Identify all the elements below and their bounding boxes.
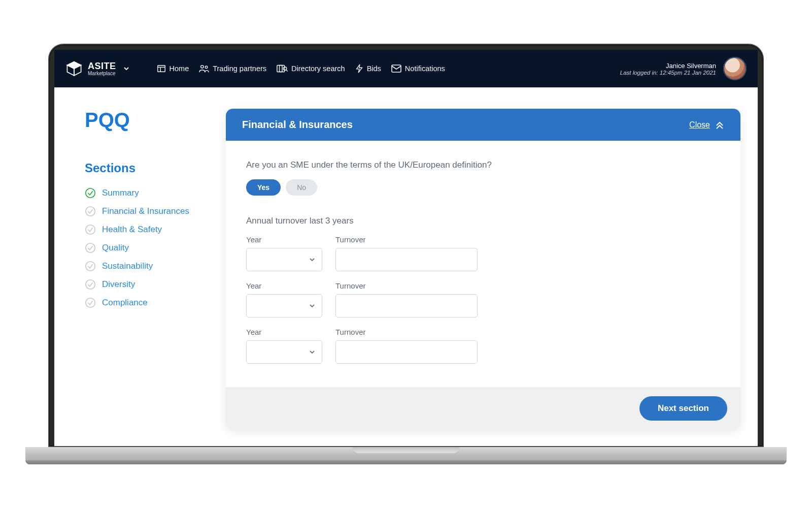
- sidebar-item-summary[interactable]: Summary: [85, 187, 212, 199]
- year-label: Year: [246, 281, 322, 290]
- sidebar-item-diversity[interactable]: Diversity: [85, 279, 212, 290]
- turnover-heading: Annual turnover last 3 years: [246, 216, 720, 226]
- nav-home[interactable]: Home: [157, 64, 189, 73]
- panel-close-label: Close: [689, 120, 710, 130]
- nav-bids-label: Bids: [367, 65, 381, 73]
- check-circle-icon: [85, 206, 96, 217]
- user-area: Janice Silverman Last logged in: 12:45pm…: [620, 57, 747, 80]
- nav-home-label: Home: [170, 65, 189, 73]
- check-circle-icon: [85, 224, 96, 235]
- svg-rect-6: [392, 65, 401, 72]
- sidebar-item-health-safety[interactable]: Health & Safety: [85, 224, 212, 235]
- app-header: ASITE Marketplace Home Trading partners: [54, 50, 758, 87]
- nav-trading-partners[interactable]: Trading partners: [199, 64, 266, 73]
- svg-point-9: [86, 225, 95, 234]
- nav-bids[interactable]: Bids: [355, 64, 381, 73]
- sidebar-item-label: Summary: [102, 188, 139, 198]
- turnover-input-1[interactable]: [335, 248, 478, 271]
- chevron-double-up-icon: [715, 120, 724, 130]
- check-circle-icon: [85, 261, 96, 272]
- svg-point-10: [86, 243, 95, 252]
- brand-name: ASITE: [88, 61, 116, 71]
- turnover-input-3[interactable]: [335, 340, 478, 364]
- year-label: Year: [246, 235, 322, 244]
- chevron-down-icon: [309, 348, 316, 356]
- nav-trading-label: Trading partners: [213, 65, 266, 73]
- svg-rect-0: [157, 66, 164, 72]
- turnover-input-2[interactable]: [335, 294, 478, 318]
- nav-directory-label: Directory search: [291, 65, 345, 73]
- form-panel: Financial & Insurances Close Are you an …: [226, 109, 740, 430]
- sidebar-item-label: Financial & Insurances: [102, 206, 189, 216]
- laptop-screen-frame: ASITE Marketplace Home Trading partners: [48, 44, 764, 447]
- panel-header: Financial & Insurances Close: [226, 109, 740, 141]
- sidebar: PQQ Sections Summary Financial & Insuran…: [85, 109, 212, 430]
- year-select-1[interactable]: [246, 248, 322, 271]
- svg-point-11: [86, 262, 95, 271]
- brand-logo-icon: [65, 60, 83, 77]
- svg-point-5: [283, 67, 286, 70]
- user-meta: Janice Silverman Last logged in: 12:45pm…: [620, 62, 716, 76]
- sidebar-item-label: Quality: [102, 243, 129, 253]
- yes-button[interactable]: Yes: [246, 179, 281, 196]
- avatar[interactable]: [723, 57, 747, 80]
- svg-point-2: [205, 66, 208, 69]
- year-select-2[interactable]: [246, 294, 322, 318]
- sidebar-item-sustainability[interactable]: Sustainability: [85, 261, 212, 272]
- laptop-base: [25, 447, 787, 464]
- sidebar-item-financial[interactable]: Financial & Insurances: [85, 206, 212, 217]
- year-select-3[interactable]: [246, 340, 322, 364]
- app-body: PQQ Sections Summary Financial & Insuran…: [54, 87, 758, 443]
- sidebar-item-label: Diversity: [102, 279, 135, 290]
- turnover-label: Turnover: [335, 328, 478, 336]
- panel-footer: Next section: [226, 387, 740, 430]
- sidebar-item-label: Sustainability: [102, 261, 153, 271]
- panel-close-button[interactable]: Close: [689, 120, 724, 130]
- sidebar-item-label: Health & Safety: [102, 225, 162, 235]
- yes-no-group: Yes No: [246, 179, 720, 196]
- mail-icon: [391, 65, 401, 73]
- page-title: PQQ: [85, 109, 212, 132]
- user-name: Janice Silverman: [620, 62, 716, 70]
- turnover-row-1: Year Turnover: [246, 235, 720, 271]
- sidebar-item-quality[interactable]: Quality: [85, 242, 212, 253]
- svg-point-12: [86, 280, 95, 289]
- sidebar-item-compliance[interactable]: Compliance: [85, 297, 212, 308]
- laptop-frame: ASITE Marketplace Home Trading partners: [48, 44, 764, 464]
- people-icon: [199, 64, 209, 73]
- turnover-label: Turnover: [335, 235, 478, 244]
- check-circle-icon: [85, 297, 96, 308]
- sme-question: Are you an SME under the terms of the UK…: [246, 160, 720, 170]
- chevron-down-icon: [123, 66, 129, 72]
- sections-heading: Sections: [85, 161, 212, 175]
- sidebar-item-label: Compliance: [102, 298, 148, 308]
- panel-title: Financial & Insurances: [242, 119, 353, 131]
- svg-point-13: [86, 298, 95, 307]
- turnover-label: Turnover: [335, 281, 478, 290]
- check-circle-icon: [85, 187, 96, 199]
- next-section-button[interactable]: Next section: [639, 396, 727, 421]
- turnover-row-2: Year Turnover: [246, 281, 720, 318]
- svg-point-7: [86, 188, 95, 198]
- panel-content: Are you an SME under the terms of the UK…: [226, 141, 740, 387]
- user-last-login: Last logged in: 12:45pm 21 Jan 2021: [620, 70, 716, 76]
- bolt-icon: [355, 64, 363, 73]
- nav-notifications-label: Notifications: [405, 65, 445, 73]
- chevron-down-icon: [309, 256, 316, 263]
- check-circle-icon: [85, 279, 96, 290]
- directory-search-icon: [277, 64, 288, 73]
- home-icon: [157, 64, 166, 73]
- check-circle-icon: [85, 242, 96, 253]
- brand-sub: Marketplace: [88, 71, 116, 76]
- main-nav: Home Trading partners Directory search B…: [157, 64, 445, 73]
- svg-point-1: [201, 66, 204, 68]
- brand[interactable]: ASITE Marketplace: [65, 60, 129, 77]
- app-window: ASITE Marketplace Home Trading partners: [54, 50, 758, 446]
- nav-notifications[interactable]: Notifications: [391, 64, 445, 73]
- svg-point-8: [86, 207, 95, 216]
- no-button[interactable]: No: [286, 179, 317, 196]
- chevron-down-icon: [309, 302, 316, 309]
- turnover-row-3: Year Turnover: [246, 328, 720, 364]
- year-label: Year: [246, 328, 322, 336]
- nav-directory-search[interactable]: Directory search: [277, 64, 345, 73]
